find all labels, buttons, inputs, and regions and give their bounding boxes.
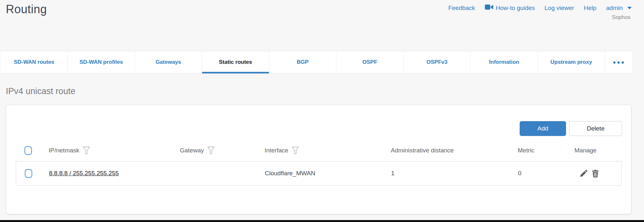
edit-pencil-icon[interactable] xyxy=(579,169,588,178)
more-tabs-button[interactable] xyxy=(605,51,632,73)
filter-icon[interactable] xyxy=(207,146,215,155)
delete-button[interactable]: Delete xyxy=(569,121,622,136)
col-manage: Manage xyxy=(574,147,597,154)
utility-nav: Feedback How-to guides Log viewer Help a… xyxy=(448,4,632,12)
metric-cell: 0 xyxy=(518,170,575,177)
tab-bar: SD-WAN routes SD-WAN profiles Gateways S… xyxy=(1,51,632,73)
tab-gateways[interactable]: Gateways xyxy=(135,51,202,73)
col-ip-netmask: IP/netmask xyxy=(49,147,79,154)
help-label: Help xyxy=(584,5,596,12)
tab-ospfv3[interactable]: OSPFv3 xyxy=(404,51,471,73)
log-viewer-label: Log viewer xyxy=(544,5,574,12)
feedback-link[interactable]: Feedback xyxy=(448,5,475,12)
video-camera-icon xyxy=(485,4,493,12)
bottom-edge-bar xyxy=(0,220,644,222)
brand-label: Sophos xyxy=(612,14,630,21)
tab-bgp[interactable]: BGP xyxy=(269,51,336,73)
select-all-checkbox[interactable] xyxy=(24,146,32,155)
ellipsis-icon xyxy=(613,59,624,65)
page-header: Routing Feedback How-to guides Log viewe… xyxy=(0,0,644,51)
table-header: IP/netmask Gateway Interface Administrat… xyxy=(16,144,621,157)
section-title: IPv4 unicast route xyxy=(6,86,638,96)
tab-ospf[interactable]: OSPF xyxy=(336,51,403,73)
interface-cell: Cloudflare_MWAN xyxy=(265,170,391,177)
table-row: 8.8.8.8 / 255.255.255.255 Cloudflare_MWA… xyxy=(16,161,621,186)
tab-upstream-proxy[interactable]: Upstream proxy xyxy=(538,51,605,73)
delete-trash-icon[interactable] xyxy=(591,169,600,178)
filter-icon[interactable] xyxy=(82,146,90,155)
howto-guides-label: How-to guides xyxy=(496,5,535,12)
col-gateway: Gateway xyxy=(180,147,204,154)
tab-static-routes[interactable]: Static routes xyxy=(202,51,269,73)
panel-toolbar: Add Delete xyxy=(6,105,631,136)
tab-sdwan-routes[interactable]: SD-WAN routes xyxy=(1,51,68,73)
chevron-down-icon xyxy=(627,7,632,9)
admin-menu[interactable]: admin xyxy=(606,5,632,12)
col-interface: Interface xyxy=(264,147,288,154)
col-metric: Metric xyxy=(518,147,534,154)
filter-icon[interactable] xyxy=(292,146,299,155)
tab-sdwan-profiles[interactable]: SD-WAN profiles xyxy=(68,51,135,73)
tab-information[interactable]: Information xyxy=(471,51,538,73)
manage-cell xyxy=(575,169,621,178)
routes-panel: Add Delete IP/netmask Gateway Interface xyxy=(6,105,631,214)
add-button[interactable]: Add xyxy=(520,121,566,136)
feedback-label: Feedback xyxy=(448,5,475,12)
route-link[interactable]: 8.8.8.8 / 255.255.255.255 xyxy=(49,170,119,177)
admin-distance-cell: 1 xyxy=(391,170,518,177)
col-admin-distance: Administrative distance xyxy=(391,147,454,154)
howto-guides-link[interactable]: How-to guides xyxy=(485,4,535,12)
main-content: IPv4 unicast route Add Delete IP/netmask… xyxy=(0,86,644,214)
row-checkbox[interactable] xyxy=(25,169,32,178)
log-viewer-link[interactable]: Log viewer xyxy=(544,5,574,12)
help-link[interactable]: Help xyxy=(584,5,596,12)
admin-label: admin xyxy=(606,5,623,12)
